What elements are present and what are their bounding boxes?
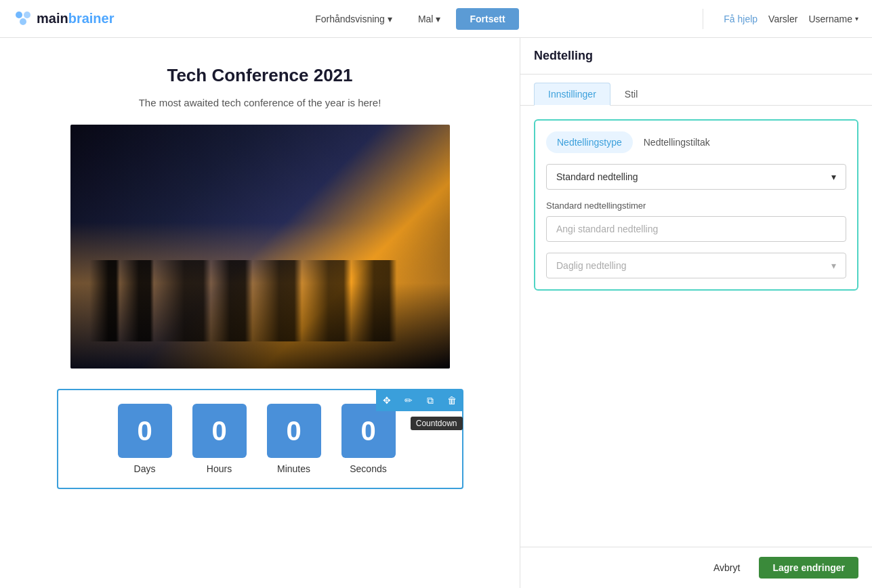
chevron-down-icon: ▾ xyxy=(388,14,392,24)
panel-header: Nedtelling xyxy=(520,38,872,75)
inner-tab-type[interactable]: Nedtellingstype xyxy=(546,131,633,153)
logo-text: mainbrainer xyxy=(37,11,115,26)
days-unit: 0 Days xyxy=(118,404,172,474)
logo-icon xyxy=(14,9,33,28)
seconds-box: 0 xyxy=(341,404,396,458)
days-label: Days xyxy=(134,463,156,474)
panel-footer: Avbryt Lagre endringer xyxy=(520,547,872,588)
chevron-down-icon: ▾ xyxy=(831,260,836,271)
notifications-link[interactable]: Varsler xyxy=(768,14,797,24)
right-panel: Nedtelling Innstillinger Stil Nedtelling… xyxy=(520,38,872,588)
countdown-widget[interactable]: ✥ ✏ ⧉ 🗑 Countdown 0 Days 0 xyxy=(57,389,463,489)
seconds-label: Seconds xyxy=(350,463,386,474)
user-menu[interactable]: Username ▾ xyxy=(808,14,858,24)
panel-title: Nedtelling xyxy=(534,49,858,63)
inner-tabs: Nedtellingstype Nedtellingstiltak xyxy=(546,131,846,153)
panel-content: Nedtellingstype Nedtellingstiltak Standa… xyxy=(520,106,872,547)
tab-style[interactable]: Stil xyxy=(610,83,652,106)
countdown-display: 0 Days 0 Hours 0 Minutes 0 Seconds xyxy=(72,404,442,474)
svg-point-1 xyxy=(24,12,30,18)
seconds-unit: 0 Seconds xyxy=(341,404,396,474)
template-button[interactable]: Mal ▾ xyxy=(408,9,451,29)
page-subtitle: The most awaited tech conference of the … xyxy=(41,97,479,108)
move-button[interactable]: ✥ xyxy=(376,390,398,411)
tab-settings[interactable]: Innstillinger xyxy=(534,83,610,106)
inner-tabs-container: Nedtellingstype Nedtellingstiltak Standa… xyxy=(534,119,858,291)
hours-box: 0 xyxy=(192,404,247,458)
cancel-button[interactable]: Avbryt xyxy=(703,557,751,579)
widget-tooltip: Countdown xyxy=(411,417,463,430)
copy-button[interactable]: ⧉ xyxy=(419,390,441,411)
move-icon: ✥ xyxy=(383,395,391,406)
nav-right: Få hjelp Varsler Username ▾ xyxy=(724,14,858,24)
nav-divider xyxy=(703,9,703,29)
copy-icon: ⧉ xyxy=(427,395,434,406)
user-chevron-icon: ▾ xyxy=(855,15,858,22)
canvas-area: Tech Conference 2021 The most awaited te… xyxy=(0,38,520,588)
secondary-dropdown[interactable]: Daglig nedtelling ▾ xyxy=(546,253,846,278)
inner-tab-action[interactable]: Nedtellingstiltak xyxy=(633,131,721,153)
continue-button[interactable]: Fortsett xyxy=(456,8,518,30)
main-layout: Tech Conference 2021 The most awaited te… xyxy=(0,38,872,588)
help-link[interactable]: Få hjelp xyxy=(724,14,757,24)
days-box: 0 xyxy=(118,404,172,458)
preview-button[interactable]: Forhåndsvisning ▾ xyxy=(305,9,402,29)
conference-image xyxy=(70,125,450,369)
delete-icon: 🗑 xyxy=(447,395,457,406)
top-navigation: mainbrainer Forhåndsvisning ▾ Mal ▾ Fort… xyxy=(0,0,872,38)
save-button[interactable]: Lagre endringer xyxy=(759,557,858,579)
field-label: Standard nedtellingstimer xyxy=(546,201,846,211)
chevron-down-icon: ▾ xyxy=(436,14,440,24)
panel-tabs: Innstillinger Stil xyxy=(520,75,872,106)
dropdown-value: Standard nedtelling xyxy=(556,171,638,182)
edit-button[interactable]: ✏ xyxy=(398,390,419,411)
type-dropdown[interactable]: Standard nedtelling ▾ xyxy=(546,164,846,190)
chevron-down-icon: ▾ xyxy=(831,171,836,182)
secondary-dropdown-value: Daglig nedtelling xyxy=(556,260,627,271)
minutes-unit: 0 Minutes xyxy=(267,404,321,474)
hours-label: Hours xyxy=(207,463,232,474)
logo: mainbrainer xyxy=(14,9,115,28)
nav-center: Forhåndsvisning ▾ Mal ▾ Fortsett xyxy=(142,8,683,30)
minutes-box: 0 xyxy=(267,404,321,458)
edit-icon: ✏ xyxy=(404,395,413,406)
hours-unit: 0 Hours xyxy=(192,404,247,474)
svg-point-0 xyxy=(16,12,22,18)
countdown-input[interactable] xyxy=(546,216,846,242)
delete-button[interactable]: 🗑 xyxy=(441,390,463,411)
minutes-label: Minutes xyxy=(277,463,310,474)
countdown-toolbar: ✥ ✏ ⧉ 🗑 Countdown xyxy=(376,390,463,411)
svg-point-2 xyxy=(20,18,26,25)
silhouettes-overlay xyxy=(70,260,450,341)
page-title: Tech Conference 2021 xyxy=(41,65,479,86)
